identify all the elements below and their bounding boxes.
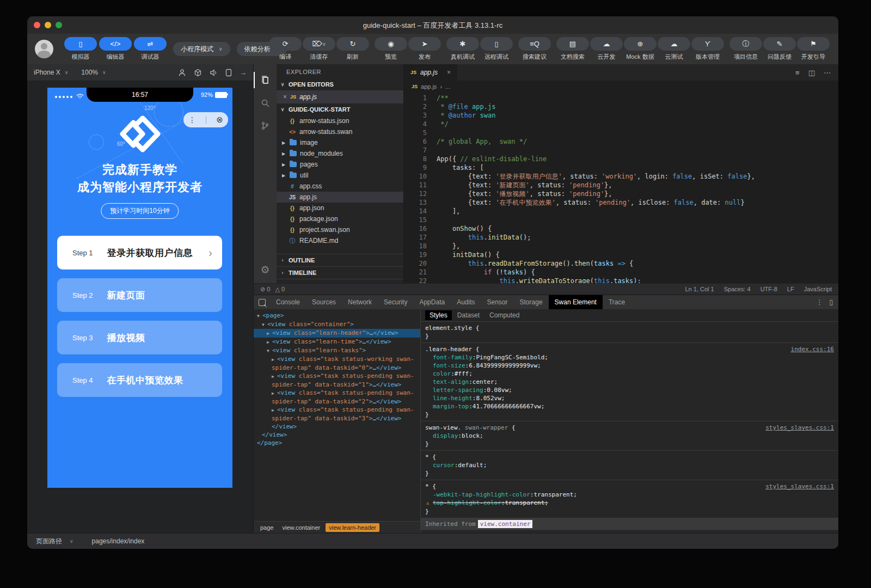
file-image[interactable]: ▶image xyxy=(277,137,403,148)
more-icon[interactable]: ⋮ xyxy=(188,115,196,124)
rotate-device-icon[interactable] xyxy=(194,69,202,77)
css-rules[interactable]: element.style {}.learn-header {index.css… xyxy=(421,322,838,533)
toolbar-button-refresh[interactable]: ↻刷新 xyxy=(338,37,368,61)
file-arrow-status.swan[interactable]: <>arrow-status.swan xyxy=(277,126,403,137)
expand-caret-icon[interactable]: ▶ xyxy=(282,162,286,167)
activity-source-control-icon[interactable] xyxy=(254,114,277,137)
file-arrow-status.json[interactable]: {}arrow-status.json xyxy=(277,115,403,126)
toolbar-dropdown-mode-select[interactable]: 小程序模式∨ xyxy=(173,42,230,56)
stylesheet-link[interactable]: styles_slaves.css:1 xyxy=(765,482,834,491)
guide-step-3[interactable]: Step 3播放视频 xyxy=(57,321,222,354)
styles-tab-styles[interactable]: Styles xyxy=(425,310,452,320)
toolbar-button-remote-debug[interactable]: ▯远程调试 xyxy=(481,37,512,61)
activity-search-icon[interactable] xyxy=(254,91,277,114)
settings-gear-icon[interactable]: ⚙ xyxy=(254,258,277,281)
expand-caret-icon[interactable]: ▶ xyxy=(282,151,286,156)
toolbar-button-project-info[interactable]: ⓘ项目信息 xyxy=(731,37,761,61)
avatar[interactable] xyxy=(35,40,53,58)
project-section[interactable]: ∨GUIDE-QUICK-START xyxy=(277,103,403,115)
chevron-down-icon[interactable]: ∨ xyxy=(70,538,73,544)
dom-breadcrumb-page[interactable]: page xyxy=(257,523,277,532)
breadcrumb[interactable]: JS app.js › ... xyxy=(404,81,838,93)
stylesheet-link[interactable]: styles_slaves.css:1 xyxy=(765,424,834,432)
activity-explorer-icon[interactable] xyxy=(254,69,277,91)
toolbar-button-mock-data[interactable]: ⊕Mock 数据 xyxy=(625,37,655,61)
expand-caret-icon[interactable]: ▶ xyxy=(282,140,286,145)
sound-icon[interactable] xyxy=(210,69,218,77)
editor-layout-icon-3[interactable]: ⋯ xyxy=(824,69,831,77)
section-outline[interactable]: ›OUTLINE xyxy=(277,254,403,267)
devtools-tab-sources[interactable]: Sources xyxy=(306,295,342,309)
inspect-element-icon[interactable] xyxy=(254,299,270,306)
status-item[interactable]: Ln 1, Col 1 xyxy=(685,286,714,292)
close-editor-icon[interactable]: × xyxy=(283,93,287,101)
dom-node[interactable]: </view> xyxy=(254,431,420,439)
dom-node[interactable]: ▶<view class="task status-pending swan-s… xyxy=(254,406,420,422)
toolbar-button-cloud-dev[interactable]: ☁云开发 xyxy=(591,37,622,61)
device-toolbar-icon[interactable]: ▯ xyxy=(829,298,833,306)
devtools-tab-sensor[interactable]: Sensor xyxy=(481,295,514,309)
stylesheet-link[interactable]: index.css:16 xyxy=(791,345,834,353)
guide-step-1[interactable]: Step 1登录并获取用户信息› xyxy=(57,236,222,270)
expand-caret-icon[interactable]: ▶ xyxy=(282,173,286,178)
toolbar-button-simulator[interactable]: ▯模拟器 xyxy=(65,37,96,61)
devtools-tab-appdata[interactable]: AppData xyxy=(413,295,451,309)
dom-node[interactable]: ▶<view class="learn-header">…</view> xyxy=(254,329,420,338)
editor-layout-icon-1[interactable]: ≡ xyxy=(795,69,800,77)
file-pages[interactable]: ▶pages xyxy=(277,159,403,170)
devtools-tab-audits[interactable]: Audits xyxy=(451,295,481,309)
toolbar-button-version-control[interactable]: ϒ版本管理 xyxy=(692,37,723,61)
toolbar-button-real-device-debug[interactable]: ✱真机调试 xyxy=(447,37,478,61)
devtools-tab-network[interactable]: Network xyxy=(342,295,378,309)
dom-node[interactable]: ▼<view class="learn-tasks"> xyxy=(254,346,420,355)
toolbar-button-debugger[interactable]: ⇌调试器 xyxy=(135,37,165,61)
file-package.json[interactable]: {}package.json xyxy=(277,213,403,224)
file-project.swan.json[interactable]: {}project.swan.json xyxy=(277,224,403,235)
toolbar-button-feedback[interactable]: ✎问题反馈 xyxy=(764,37,795,61)
devtools-tab-console[interactable]: Console xyxy=(270,295,306,309)
file-README.md[interactable]: ⓘREADME.md xyxy=(277,235,403,246)
collapse-panel-icon[interactable]: → xyxy=(240,69,247,77)
toolbar-button-doc-search[interactable]: ▤文档搜索 xyxy=(557,37,588,61)
dom-node[interactable]: </view> xyxy=(254,422,420,431)
problems-indicator[interactable]: ⊘ 0 △ 0 xyxy=(260,286,285,293)
dom-node[interactable]: ▶<view class="learn-time">…</view> xyxy=(254,338,420,346)
open-editors-section[interactable]: ∨OPEN EDITORS xyxy=(277,78,403,90)
dom-tree[interactable]: ▼<page>▼<view class="container">▶<view c… xyxy=(254,309,420,521)
dom-breadcrumb-view.container[interactable]: view.container xyxy=(279,523,323,532)
touch-mode-icon[interactable] xyxy=(178,69,186,77)
dom-node[interactable]: ▼<page> xyxy=(254,311,420,320)
close-tab-icon[interactable]: × xyxy=(447,69,451,76)
editor-layout-icon-2[interactable]: ◫ xyxy=(808,69,815,77)
devtools-more-icon[interactable]: ⋮ xyxy=(816,298,823,306)
styles-tab-computed[interactable]: Computed xyxy=(485,310,524,320)
file-app.js[interactable]: JSapp.js xyxy=(277,192,403,203)
section-timeline[interactable]: ›TIMELINE xyxy=(277,267,403,279)
status-item[interactable]: UTF-8 xyxy=(760,286,777,292)
guide-step-2[interactable]: Step 2新建页面 xyxy=(57,278,222,312)
zoom-select[interactable]: 100%∨ xyxy=(81,69,106,76)
stylesheet-link[interactable]: index.css:5 xyxy=(794,532,834,533)
styles-tab-dataset[interactable]: Dataset xyxy=(453,310,484,320)
toolbar-button-publish[interactable]: ➤发布 xyxy=(409,37,440,61)
open-editor-app-js[interactable]: × JS app.js xyxy=(277,90,403,103)
toolbar-button-preview[interactable]: ◉预览 xyxy=(376,37,406,61)
dom-node[interactable]: ▶<view class="task status-pending swan-s… xyxy=(254,389,420,406)
status-item[interactable]: Spaces: 4 xyxy=(724,286,751,292)
devtools-tab-swan-element[interactable]: Swan Element xyxy=(549,295,603,309)
dom-node[interactable]: </page> xyxy=(254,439,420,447)
toolbar-button-compile[interactable]: ⟳编译 xyxy=(270,37,300,61)
device-select[interactable]: iPhone X∨ xyxy=(34,69,68,76)
dom-node[interactable]: ▶<view class="task status-working swan-s… xyxy=(254,355,420,372)
toolbar-button-dev-guide[interactable]: ⚑开发引导 xyxy=(798,37,829,61)
status-item[interactable]: JavaScript xyxy=(804,286,832,292)
status-item[interactable]: LF xyxy=(787,286,794,292)
tab-app-js[interactable]: JS app.js × xyxy=(404,64,457,81)
devtools-tab-security[interactable]: Security xyxy=(378,295,413,309)
device-frame-icon[interactable] xyxy=(225,69,232,77)
file-util[interactable]: ▶util xyxy=(277,170,403,181)
devtools-tab-storage[interactable]: Storage xyxy=(514,295,549,309)
dom-node[interactable]: ▶<view class="task status-pending swan-s… xyxy=(254,372,420,389)
toolbar-button-search-suggest[interactable]: ≡Q搜索建议 xyxy=(519,37,550,61)
dom-node[interactable]: ▼<view class="container"> xyxy=(254,320,420,329)
